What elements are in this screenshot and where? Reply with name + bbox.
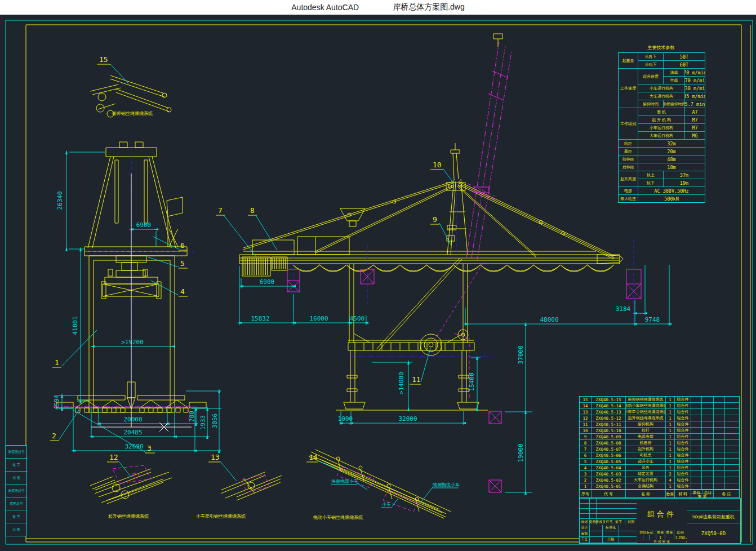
autocad-window: Autodesk AutoCAD 岸桥总体方案图.dwg bbox=[0, 0, 756, 551]
bom-table-header: 序号 代 号 名 称 数量 材 料 单件 总计 重 量 备 注 bbox=[579, 490, 740, 498]
bom-cell-code: ZXQ40.5-10 bbox=[592, 428, 625, 433]
bom-cell-no: 13 bbox=[580, 409, 591, 415]
bom-cell-e1 bbox=[691, 446, 701, 452]
bom-cell-no: 15 bbox=[580, 397, 591, 402]
bom-cell-name: 机器房 bbox=[626, 440, 665, 446]
dim-37000: 37000 bbox=[517, 345, 524, 364]
bom-cell-code: ZXQ40.5-04 bbox=[592, 465, 625, 470]
dim-48000: 48000 bbox=[540, 316, 558, 323]
spec-speed-label: 工作速度 bbox=[619, 69, 638, 108]
bom-cell-e2 bbox=[702, 440, 713, 446]
bom-cell-e3 bbox=[714, 459, 724, 464]
dim-16000: 16000 bbox=[309, 315, 328, 322]
bom-cell-e3 bbox=[714, 452, 724, 458]
bom-cell-e3 bbox=[714, 440, 724, 446]
spec-table-title: 主要技术参数 bbox=[618, 45, 704, 51]
label-tow-system: 拖动小车钢丝绳缠绕系统 bbox=[313, 515, 363, 520]
bom-cell-name: 起升小车 bbox=[626, 459, 665, 464]
bom-cell-qty: 1 bbox=[666, 434, 674, 439]
bom-cell-e4 bbox=[725, 440, 739, 446]
margin-strip-cell: 底图总号 bbox=[6, 497, 26, 510]
callout-11: 11 bbox=[412, 375, 421, 384]
label-trolley: 小车 bbox=[382, 502, 391, 507]
margin-strip-cell: 签 字 bbox=[6, 459, 26, 471]
spec-duty-label: 工作级别 bbox=[619, 108, 638, 139]
bom-cell-qty: 1 bbox=[666, 415, 674, 421]
callout-9: 9 bbox=[433, 215, 437, 224]
bom-cell-no: 14 bbox=[580, 403, 591, 408]
callout-13: 13 bbox=[211, 453, 220, 461]
dim-3184: 3184 bbox=[616, 305, 631, 313]
bom-cell-qty: 1 bbox=[666, 446, 674, 452]
margin-strip-cell: 旧底图总号 bbox=[6, 446, 26, 458]
hoist-reeving-isometric: 12 起升钢丝绳缠绕系统 bbox=[90, 453, 172, 519]
dim-700: 700 bbox=[188, 411, 195, 422]
bom-cell-e4 bbox=[725, 477, 739, 483]
dim-1933: 1933 bbox=[199, 415, 207, 430]
spec-table: 起重量 吊具下 50T 吊钩下 60T 工作速度 起升速度 满载 70 m/mi… bbox=[618, 52, 705, 203]
dim-19000: 19000 bbox=[517, 443, 524, 462]
bom-cell-e1 bbox=[691, 428, 701, 433]
bom-cell-e2 bbox=[702, 434, 713, 439]
bom-cell-e3 bbox=[714, 403, 724, 408]
dim-6900-sv: 6900 bbox=[260, 278, 275, 286]
bom-cell-no: 11 bbox=[580, 421, 591, 427]
bom-cell-code: ZXQ40.5-13 bbox=[592, 409, 625, 415]
dim-26340: 26340 bbox=[56, 191, 64, 210]
luffing-reeving-isometric: 15 俯仰钢丝绳缠绕系统 bbox=[90, 55, 171, 117]
bom-cell-e3 bbox=[714, 483, 724, 489]
bom-cell-e1 bbox=[691, 483, 701, 489]
product-name: 50t岸边集装箱起重机 bbox=[687, 510, 740, 523]
dim-20485: 20485 bbox=[123, 429, 142, 436]
callout-3: 3 bbox=[147, 444, 152, 452]
bom-cell-mat: 组合件 bbox=[675, 452, 691, 458]
bom-cell-e1 bbox=[691, 403, 701, 408]
bom-cell-e4 bbox=[725, 452, 739, 458]
end-view-dimensions: 26340 41001 6900 >19200 4594 20000 20485… bbox=[53, 152, 221, 452]
app-name: Autodesk AutoCAD bbox=[291, 3, 359, 12]
bom-cell-code: ZXQ40.5-14 bbox=[592, 403, 625, 408]
end-view-callouts: 1 2 3 6 5 4 bbox=[50, 237, 188, 453]
crosshair-cursor[interactable] bbox=[91, 174, 192, 432]
margin-strip-cell: 签 字 bbox=[6, 510, 26, 523]
bom-cell-mat: 组合件 bbox=[675, 403, 691, 408]
portal-ladder bbox=[355, 343, 463, 350]
bom-cell-mat: 组合件 bbox=[675, 421, 691, 427]
bom-cell-qty: 1 bbox=[666, 428, 674, 433]
bom-cell-no: 8 bbox=[580, 440, 591, 446]
label-hoist-system: 起升钢丝绳缠绕系统 bbox=[108, 514, 149, 519]
end-elevation-view bbox=[54, 142, 206, 412]
tow-trolley-reeving-isometric: 14 海侧拖缆小车 小车 陆侧拖缆小车 拖动小车钢丝绳缠绕系统 bbox=[306, 450, 460, 520]
bom-cell-e3 bbox=[714, 397, 724, 402]
bom-cell-e3 bbox=[714, 465, 724, 470]
bom-cell-code: ZXQ40.5-02 bbox=[592, 477, 625, 483]
label-sea-side-trolley: 海侧拖缆小车 bbox=[331, 479, 358, 484]
bom-cell-e2 bbox=[702, 428, 713, 433]
bom-cell-e3 bbox=[714, 409, 724, 415]
bom-cell-code: ZXQ40.5-07 bbox=[592, 446, 625, 452]
bom-cell-e2 bbox=[702, 477, 713, 483]
callout-8: 8 bbox=[250, 206, 255, 215]
bom-cell-e1 bbox=[691, 465, 701, 470]
margin-strip-cell: 旧底图总号 bbox=[6, 485, 26, 497]
bom-cell-e2 bbox=[702, 459, 713, 464]
margin-strip-cell: 日 期 bbox=[6, 472, 26, 484]
dim-15832: 15832 bbox=[251, 315, 269, 322]
dim-15400: 15400 bbox=[468, 372, 475, 391]
sheet-qty: 1 bbox=[656, 535, 665, 540]
bom-cell-mat: 组合件 bbox=[675, 428, 691, 433]
bom-cell-mat: 组合件 bbox=[675, 434, 691, 439]
bom-cell-e3 bbox=[714, 477, 724, 483]
bom-cell-e3 bbox=[714, 421, 724, 427]
bom-cell-mat: 组合件 bbox=[675, 483, 691, 489]
bom-cell-qty: 1 bbox=[666, 440, 674, 446]
drawing-canvas[interactable]: 26340 41001 6900 >19200 4594 20000 20485… bbox=[0, 15, 756, 551]
bom-cell-no: 2 bbox=[580, 477, 591, 483]
bom-cell-no: 3 bbox=[580, 471, 591, 477]
bom-cell-e1 bbox=[691, 397, 701, 402]
check-cell: 审核 bbox=[580, 531, 589, 537]
spec-lifting-label: 起重量 bbox=[619, 53, 638, 68]
bom-cell-e1 bbox=[691, 459, 701, 464]
bom-cell-e2 bbox=[702, 421, 713, 427]
bom-cell-code: ZXQ40.5-05 bbox=[592, 459, 625, 464]
